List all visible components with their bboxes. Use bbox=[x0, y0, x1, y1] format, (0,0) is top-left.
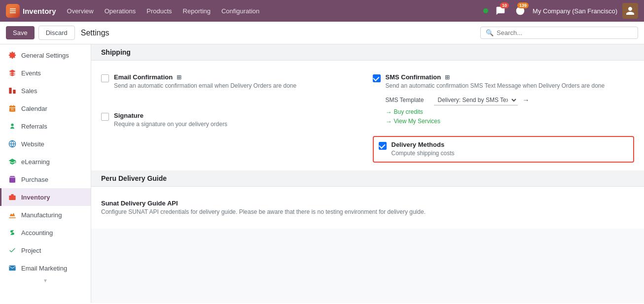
sidebar-item-sales[interactable]: Sales bbox=[0, 82, 91, 100]
svg-rect-3 bbox=[13, 90, 15, 94]
sidebar-label-events: Events bbox=[21, 69, 41, 77]
purchase-icon bbox=[7, 174, 17, 184]
sunat-api-content: Sunat Delivery Guide API Configure SUNAT… bbox=[101, 200, 634, 216]
logo-icon bbox=[6, 4, 20, 18]
nav-configuration[interactable]: Configuration bbox=[216, 4, 264, 18]
tasks-badge: 139 bbox=[517, 2, 529, 8]
sidebar: General Settings Events Sales 31 Calenda… bbox=[0, 44, 91, 303]
sidebar-item-email-marketing[interactable]: Email Marketing bbox=[0, 259, 91, 277]
online-status-dot bbox=[483, 8, 488, 13]
buy-credits-arrow: → bbox=[386, 108, 392, 116]
sidebar-item-project[interactable]: Project bbox=[0, 241, 91, 259]
sidebar-label-general: General Settings bbox=[21, 52, 69, 59]
view-services-arrow: → bbox=[386, 118, 392, 125]
sunat-api-title: Sunat Delivery Guide API bbox=[101, 200, 634, 207]
sidebar-item-events[interactable]: Events bbox=[0, 64, 91, 82]
calendar-icon: 31 bbox=[7, 103, 17, 113]
sidebar-item-inventory[interactable]: Inventory bbox=[0, 188, 91, 206]
delivery-methods-checkbox[interactable] bbox=[379, 142, 387, 150]
save-button[interactable]: Save bbox=[6, 26, 35, 39]
sidebar-item-referrals[interactable]: Referrals bbox=[0, 117, 91, 135]
sms-confirmation-desc: Send an automatic confirmation SMS Text … bbox=[386, 82, 635, 90]
buy-credits-link[interactable]: → Buy credits bbox=[386, 108, 635, 116]
sidebar-item-manufacturing[interactable]: Manufacturing bbox=[0, 206, 91, 224]
page-title: Settings bbox=[81, 29, 109, 37]
sidebar-label-referrals: Referrals bbox=[21, 123, 47, 130]
company-name[interactable]: My Company (San Francisco) bbox=[533, 7, 617, 15]
sidebar-label-email-marketing: Email Marketing bbox=[21, 265, 67, 272]
tasks-button[interactable]: 139 bbox=[513, 3, 528, 18]
accounting-icon bbox=[7, 228, 17, 237]
shipping-grid: Email Confirmation ⊞ Send an automatic c… bbox=[101, 68, 634, 163]
sidebar-label-website: Website bbox=[21, 140, 44, 148]
main-layout: General Settings Events Sales 31 Calenda… bbox=[0, 44, 644, 303]
nav-operations[interactable]: Operations bbox=[100, 4, 141, 18]
shipping-left-col: Email Confirmation ⊞ Send an automatic c… bbox=[101, 68, 363, 163]
chat-badge: 10 bbox=[500, 2, 509, 8]
sidebar-item-accounting[interactable]: Accounting bbox=[0, 224, 91, 241]
email-confirmation-checkbox[interactable] bbox=[101, 74, 109, 82]
sms-template-label: SMS Template bbox=[386, 97, 430, 103]
signature-title: Signature bbox=[114, 112, 363, 119]
top-right-controls: 10 139 My Company (San Francisco) bbox=[483, 3, 638, 19]
delivery-methods-setting: Delivery Methods Compute shipping costs bbox=[373, 136, 635, 163]
sidebar-label-elearning: eLearning bbox=[21, 158, 50, 166]
sunat-api-setting: Sunat Delivery Guide API Configure SUNAT… bbox=[101, 195, 634, 221]
top-navigation: Inventory Overview Operations Products R… bbox=[0, 0, 644, 22]
chat-notifications-button[interactable]: 10 bbox=[493, 3, 508, 18]
sidebar-item-purchase[interactable]: Purchase bbox=[0, 170, 91, 188]
email-marketing-icon bbox=[7, 263, 17, 273]
search-input[interactable] bbox=[497, 29, 633, 36]
sms-template-external-link[interactable]: → bbox=[522, 96, 531, 104]
peru-section-header: Peru Delivery Guide bbox=[91, 170, 644, 187]
sms-confirmation-setting: SMS Confirmation ⊞ Send an automatic con… bbox=[373, 68, 635, 132]
signature-checkbox[interactable] bbox=[101, 113, 109, 121]
svg-rect-2 bbox=[9, 88, 11, 94]
buy-credits-text[interactable]: Buy credits bbox=[394, 108, 423, 115]
discard-button[interactable]: Discard bbox=[38, 26, 75, 40]
sidebar-label-calendar: Calendar bbox=[21, 105, 47, 112]
sidebar-label-project: Project bbox=[21, 247, 41, 254]
shipping-section-header: Shipping bbox=[91, 44, 644, 61]
sales-icon bbox=[7, 86, 17, 96]
sms-confirmation-checkbox[interactable] bbox=[373, 74, 381, 82]
sms-template-select[interactable]: Delivery: Send by SMS Text Messa bbox=[434, 95, 518, 105]
view-services-link[interactable]: → View My Services bbox=[386, 118, 635, 125]
sidebar-label-manufacturing: Manufacturing bbox=[21, 211, 62, 219]
signature-content: Signature Require a signature on your de… bbox=[114, 112, 363, 129]
col-spacer bbox=[101, 95, 363, 107]
peru-title: Peru Delivery Guide bbox=[101, 174, 167, 182]
sms-template-row: SMS Template Delivery: Send by SMS Text … bbox=[386, 95, 635, 105]
search-icon: 🔍 bbox=[486, 29, 494, 36]
sidebar-item-elearning[interactable]: eLearning bbox=[0, 153, 91, 170]
sms-extra: SMS Template Delivery: Send by SMS Text … bbox=[386, 95, 635, 125]
nav-products[interactable]: Products bbox=[142, 4, 177, 18]
shipping-title: Shipping bbox=[101, 48, 131, 56]
shipping-right-col: SMS Confirmation ⊞ Send an automatic con… bbox=[373, 68, 635, 163]
toolbar: Save Discard Settings 🔍 bbox=[0, 22, 644, 44]
nav-overview[interactable]: Overview bbox=[62, 4, 99, 18]
sidebar-label-inventory: Inventory bbox=[21, 194, 50, 201]
delivery-methods-title: Delivery Methods bbox=[392, 141, 629, 148]
sidebar-item-website[interactable]: Website bbox=[0, 135, 91, 153]
nav-links: Overview Operations Products Reporting C… bbox=[62, 4, 482, 18]
website-icon bbox=[7, 139, 17, 149]
nav-reporting[interactable]: Reporting bbox=[178, 4, 215, 18]
email-icon: ⊞ bbox=[177, 74, 181, 81]
email-confirmation-content: Email Confirmation ⊞ Send an automatic c… bbox=[114, 73, 363, 90]
sidebar-label-sales: Sales bbox=[21, 87, 37, 95]
sidebar-item-general[interactable]: General Settings bbox=[0, 46, 91, 64]
svg-point-9 bbox=[11, 124, 13, 126]
shipping-settings: Email Confirmation ⊞ Send an automatic c… bbox=[91, 61, 644, 170]
view-services-text[interactable]: View My Services bbox=[394, 118, 440, 125]
sidebar-label-purchase: Purchase bbox=[21, 176, 48, 183]
signature-setting: Signature Require a signature on your de… bbox=[101, 107, 363, 134]
email-confirmation-title: Email Confirmation ⊞ bbox=[114, 73, 363, 81]
app-title: Inventory bbox=[23, 7, 56, 15]
svg-text:31: 31 bbox=[11, 108, 14, 111]
app-logo[interactable]: Inventory bbox=[6, 4, 56, 18]
user-avatar[interactable] bbox=[622, 3, 638, 19]
inventory-icon bbox=[7, 192, 17, 202]
sidebar-item-calendar[interactable]: 31 Calendar bbox=[0, 100, 91, 117]
delivery-methods-wrapper: Delivery Methods Compute shipping costs bbox=[373, 136, 635, 163]
